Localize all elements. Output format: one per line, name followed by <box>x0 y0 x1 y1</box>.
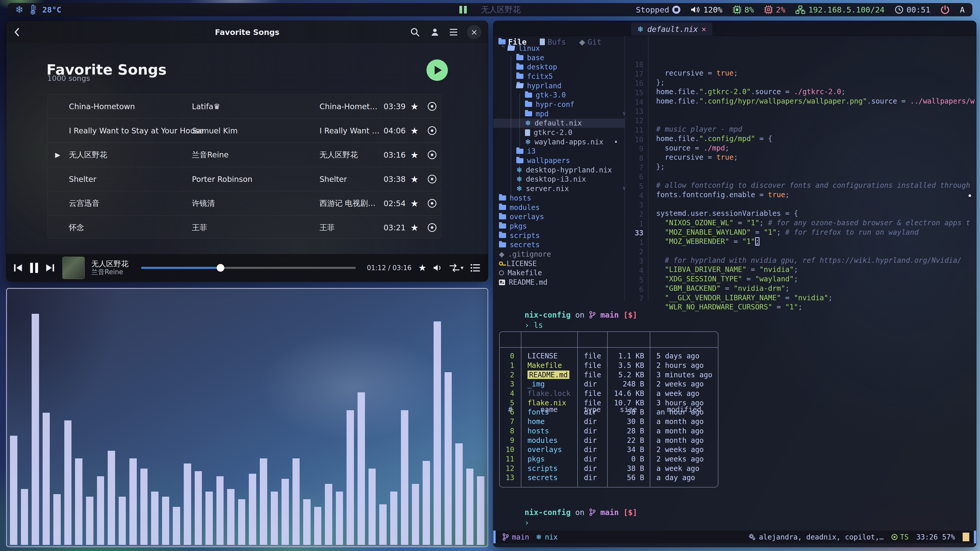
statusbar-language: nix <box>545 533 558 541</box>
favorite-button[interactable]: ★ <box>418 262 426 273</box>
ls-cell-num: 11 <box>500 454 514 463</box>
favorite-star-icon[interactable]: ★ <box>410 150 418 160</box>
ls-header-cell: modified <box>650 332 718 487</box>
close-icon[interactable]: × <box>467 25 481 39</box>
code-line: 4 <box>493 175 976 184</box>
favorite-star-icon[interactable]: ★ <box>410 125 418 136</box>
track-options-icon[interactable] <box>428 126 436 135</box>
ls-cell-modified: 5 days ago <box>656 352 700 360</box>
ls-cell-type: dir <box>584 417 597 426</box>
volume-icon[interactable] <box>433 264 443 272</box>
code-line: 12 # music player - mpd <box>493 100 976 109</box>
song-row[interactable]: 云宫迅音 许镜清 西游记 电视剧配乐原... 02:54 ★ <box>48 191 441 216</box>
account-icon[interactable] <box>430 27 440 37</box>
favorite-star-icon[interactable]: ★ <box>410 101 418 112</box>
ls-cell-modified: a month ago <box>656 436 703 445</box>
track-options-icon[interactable] <box>428 199 436 208</box>
track-options-icon[interactable] <box>428 175 436 183</box>
prompt-branch: main <box>600 508 619 517</box>
mpd-status-widget[interactable]: Stopped <box>636 5 680 14</box>
volume-widget[interactable]: 120% <box>690 5 722 14</box>
visualizer-bar <box>347 410 354 545</box>
visualizer-bar <box>477 476 484 545</box>
tab-close-icon[interactable]: × <box>702 25 706 34</box>
tray-letter[interactable]: A <box>960 5 965 14</box>
ls-row: 6 fonts dir 58 B an hour ago <box>500 407 718 417</box>
play-all-button[interactable] <box>426 59 448 81</box>
queue-icon[interactable] <box>470 263 480 272</box>
visualizer-bar <box>119 497 126 545</box>
track-options-icon[interactable] <box>428 151 436 159</box>
code-line: 14 <box>493 81 976 91</box>
treesitter-icon <box>891 534 897 540</box>
favorite-star-icon[interactable]: ★ <box>410 174 418 184</box>
seek-knob[interactable] <box>217 264 224 272</box>
next-button[interactable] <box>46 264 54 272</box>
power-icon[interactable] <box>940 5 950 14</box>
visualizer-bar <box>314 507 321 545</box>
ls-cell-size: 34 B <box>607 445 644 454</box>
song-row[interactable]: Shelter Porter Robinson Shelter 03:38 ★ <box>48 167 441 191</box>
visualizer-bar <box>32 314 39 545</box>
ls-cell-num: 6 <box>500 408 514 416</box>
song-album: 西游记 电视剧配乐原... <box>320 198 381 209</box>
buffer-tab-default-nix[interactable]: ❄ default.nix × <box>631 22 712 36</box>
gpu-widget[interactable]: 8% <box>733 5 754 14</box>
ls-cell-type: dir <box>584 464 597 472</box>
song-row[interactable]: I Really Want to Stay at Your House Samu… <box>48 119 441 143</box>
shell-command-line[interactable]: › ls <box>497 312 543 338</box>
visualizer-bar <box>195 471 202 545</box>
repeat-menu-button[interactable]: ▾ <box>449 264 463 272</box>
previous-button[interactable] <box>14 264 22 272</box>
song-row[interactable]: ▶ 无人区野花 兰音Reine 无人区野花 03:16 ★ <box>48 143 441 167</box>
git-branch-icon <box>589 508 596 516</box>
ls-cell-size: 38 B <box>607 464 644 472</box>
clock-widget[interactable]: 00:51 <box>895 5 930 14</box>
ls-cell-name: flake.nix <box>528 399 566 407</box>
column-divider <box>650 332 650 487</box>
statusbar-accent-right <box>974 530 976 543</box>
ls-row: 11 pkgs dir 0 B 2 weeks ago <box>500 454 718 464</box>
cpu-widget[interactable]: 2% <box>764 5 785 14</box>
song-row[interactable]: 怀念 王菲 王菲 03:21 ★ <box>48 216 441 238</box>
visualizer-bar <box>184 464 191 545</box>
network-widget[interactable]: 192.168.5.100/24 <box>795 5 885 14</box>
back-icon[interactable] <box>13 27 21 38</box>
favorite-star-icon[interactable]: ★ <box>410 198 418 209</box>
favorite-star-icon[interactable]: ★ <box>410 222 418 233</box>
ls-output-table: #nametypesizemodified 0 LICENSE file 1.1… <box>499 331 718 487</box>
ls-row: 10 overlays dir 34 B 2 weeks ago <box>500 445 718 454</box>
song-list: China-Hometown Latifa♛ China-Hometown 03… <box>47 94 442 238</box>
prompt-char: › <box>525 321 529 330</box>
current-track-title: 无人区野花 <box>91 259 128 268</box>
now-playing-widget[interactable]: 无人区野花 <box>460 4 520 15</box>
song-title: 云宫迅音 <box>69 198 100 209</box>
menu-icon[interactable] <box>450 29 457 35</box>
fold-icon[interactable]: ∨ <box>622 185 626 191</box>
ls-cell-modified: 2 hours ago <box>656 361 703 370</box>
visualizer-bar <box>64 421 72 545</box>
song-row[interactable]: China-Hometown Latifa♛ China-Hometown 03… <box>48 94 441 119</box>
stop-icon <box>672 6 680 14</box>
track-options-icon[interactable] <box>428 102 436 111</box>
ls-cell-num: 9 <box>500 436 514 445</box>
ls-cell-modified: a week ago <box>656 389 700 398</box>
ls-header-cell: type <box>577 332 607 487</box>
track-options-icon[interactable] <box>428 223 436 232</box>
fold-icon[interactable]: ∨ <box>622 110 626 116</box>
search-icon[interactable] <box>410 27 420 37</box>
git-branch-icon <box>589 311 596 319</box>
visualizer-bar <box>325 484 332 545</box>
seek-slider[interactable] <box>141 267 356 269</box>
visualizer-bar <box>249 474 256 545</box>
ls-header-row: #nametypesizemodified <box>500 332 718 347</box>
visualizer-bar <box>423 461 430 545</box>
code-view[interactable]: 18 recursive = true; 17 }; 16 home.file.… <box>493 44 976 287</box>
ls-cell-size: 5.2 KB <box>607 370 644 379</box>
ls-cell-name: Makefile <box>528 361 562 370</box>
pause-button[interactable] <box>30 263 38 273</box>
nixos-logo-icon[interactable]: ❄ <box>15 4 24 15</box>
visualizer-bars <box>10 291 484 545</box>
code-line: 1 "MOZ_ENABLE_WAYLAND" = "1"; # for fire… <box>493 203 976 212</box>
prompt-dir: nix-config <box>525 310 571 319</box>
